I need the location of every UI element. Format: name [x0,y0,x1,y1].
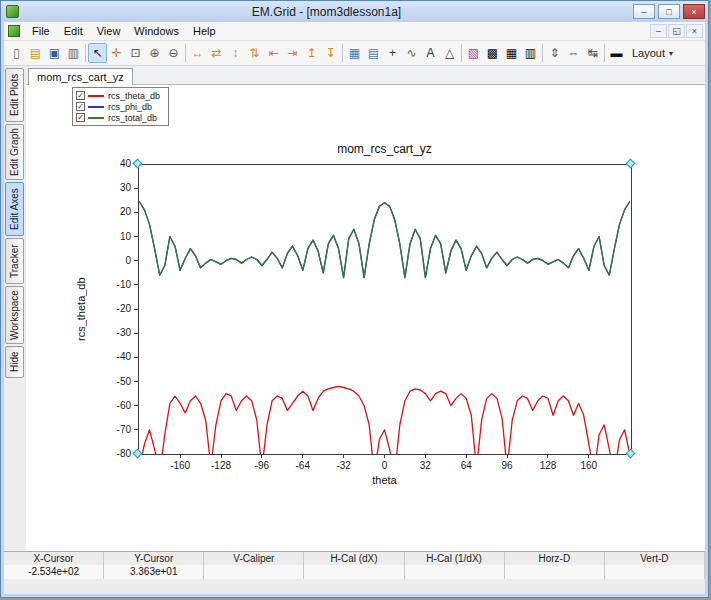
document-icon [8,25,20,37]
line-style-icon[interactable]: ▬ [607,43,626,63]
legend-row: ✓rcs_phi_db [76,101,160,112]
y-tick-label: 10 [120,231,132,242]
new-file-icon[interactable]: ▯ [7,43,26,63]
x-tick-label: 64 [461,460,473,471]
open-file-icon[interactable]: ▤ [26,43,45,63]
status-col-v-caliper: V-Caliper [204,552,304,565]
y-tick-label: -30 [117,327,132,338]
horizontal-spacing-icon[interactable]: ⇔ [564,43,583,63]
maximize-button[interactable]: □ [658,4,680,19]
close-button[interactable]: × [683,4,705,19]
legend-checkbox-rcs-phi-db[interactable]: ✓ [76,102,85,111]
y-tick-label: 20 [120,206,132,217]
zoom-out-icon[interactable]: ⊖ [164,43,183,63]
child-restore-button[interactable]: ◱ [668,24,685,38]
legend-checkbox-rcs-theta-db[interactable]: ✓ [76,91,85,100]
plot-frame [138,164,631,454]
status-value-h-cal-dx [304,565,404,579]
child-close-button[interactable]: × [686,24,703,38]
trace-curve-icon[interactable]: ∿ [402,43,421,63]
status-col-y-cursor: Y-Cursor [104,552,204,565]
show-grid-icon[interactable]: ▦ [345,43,364,63]
delta-marker-icon[interactable]: △ [440,43,459,63]
sidebar-tab-edit-graph[interactable]: Edit Graph [5,124,24,180]
y-axis-label: rcs_theta_db [74,164,88,454]
vertical-spacing-icon[interactable]: ⇕ [545,43,564,63]
colormap-plot-icon[interactable]: ▩ [483,43,502,63]
window-title: EM.Grid - [mom3dlesson1a] [23,5,630,19]
shift-axis-down-icon[interactable]: ↧ [321,43,340,63]
surface-plot-icon[interactable]: ▦ [502,43,521,63]
status-col-horz-d: Horz-D [505,552,605,565]
document-tab[interactable]: mom_rcs_cart_yz [28,68,133,85]
show-axes-icon[interactable]: ▤ [364,43,383,63]
status-values-row: -2.534e+023.363e+01 [4,565,705,579]
legend-checkbox-rcs-total-db[interactable]: ✓ [76,113,85,122]
expand-y-axis-icon[interactable]: ↕ [226,43,245,63]
print-icon[interactable]: ▥ [64,43,83,63]
status-value-x-cursor: -2.534e+02 [4,565,104,579]
app-icon [6,5,19,18]
toolbar-separator [342,44,343,62]
shift-axis-up-icon[interactable]: ↥ [302,43,321,63]
series-rcs-phi-db [139,202,629,278]
menu-view[interactable]: View [90,24,128,38]
sidebar-tab-edit-axes[interactable]: Edit Axes [5,182,24,236]
y-tick-label: -80 [117,448,132,459]
shift-axis-right-icon[interactable]: ⇥ [283,43,302,63]
status-col-x-cursor: X-Cursor [4,552,104,565]
x-tick-label: 32 [420,460,432,471]
contour-plot-icon[interactable]: ▥ [521,43,540,63]
child-minimize-button[interactable]: – [650,24,667,38]
y-tick-label: 40 [120,158,132,169]
expand-x-axis-icon[interactable]: ↔ [188,43,207,63]
legend-label: rcs_theta_db [108,91,160,101]
layout-label: Layout [632,47,665,59]
status-value-v-caliper [204,565,304,579]
menu-help[interactable]: Help [186,24,223,38]
select-cursor-icon[interactable]: ↖ [88,43,107,63]
status-value-horz-d [505,565,605,579]
legend-row: ✓rcs_theta_db [76,90,160,101]
save-file-icon[interactable]: ▣ [45,43,64,63]
sidebar-tab-edit-plots[interactable]: Edit Plots [5,68,24,122]
title-bar: EM.Grid - [mom3dlesson1a] –□× [1,1,708,22]
compress-x-axis-icon[interactable]: ⇄ [207,43,226,63]
main-area: Edit PlotsEdit GraphEdit AxesTrackerWork… [4,66,705,551]
crosshair-cursor-icon[interactable]: + [383,43,402,63]
client-area: FileEditViewWindowsHelp –◱× ▯▤▣▥↖✛⊡⊕⊖↔⇄↕… [4,22,705,594]
minimize-button[interactable]: – [633,4,655,19]
toolbar-separator [185,44,186,62]
sidebar-tab-workspace[interactable]: Workspace [5,286,24,344]
status-col-vert-d: Vert-D [605,552,705,565]
y-tick-label: -70 [117,424,132,435]
toolbar-separator [461,44,462,62]
document-area: mom_rcs_cart_yz ✓rcs_theta_db✓rcs_phi_db… [26,66,705,551]
x-tick-label: -160 [170,460,190,471]
legend-box: ✓rcs_theta_db✓rcs_phi_db✓rcs_total_db [72,87,169,126]
pan-hand-icon[interactable]: ✛ [107,43,126,63]
y-tick-label: 30 [120,182,132,193]
legend-label: rcs_phi_db [108,102,152,112]
menu-file[interactable]: File [25,24,57,38]
caliper-width-icon[interactable]: ↹ [583,43,602,63]
legend-line-sample [88,106,104,108]
menu-edit[interactable]: Edit [57,24,90,38]
rcs-plot[interactable]: -160-128-96-64-320326496128160403020100-… [98,154,668,489]
layout-dropdown-button[interactable]: Layout▾ [626,43,679,63]
zoom-in-icon[interactable]: ⊕ [145,43,164,63]
text-annotation-icon[interactable]: A [421,43,440,63]
x-tick-label: -128 [211,460,231,471]
x-tick-label: 160 [581,460,598,471]
legend-row: ✓rcs_total_db [76,112,160,123]
toolbar-separator [85,44,86,62]
shift-axis-left-icon[interactable]: ⇤ [264,43,283,63]
page-setup-icon[interactable]: ▧ [464,43,483,63]
zoom-window-icon[interactable]: ⊡ [126,43,145,63]
compress-y-axis-icon[interactable]: ⇅ [245,43,264,63]
menu-windows[interactable]: Windows [127,24,186,38]
sidebar-tab-tracker[interactable]: Tracker [5,238,24,284]
toolbar-separator [542,44,543,62]
status-value-h-cal-1-dx [405,565,505,579]
sidebar-tab-hide[interactable]: Hide [5,346,24,378]
